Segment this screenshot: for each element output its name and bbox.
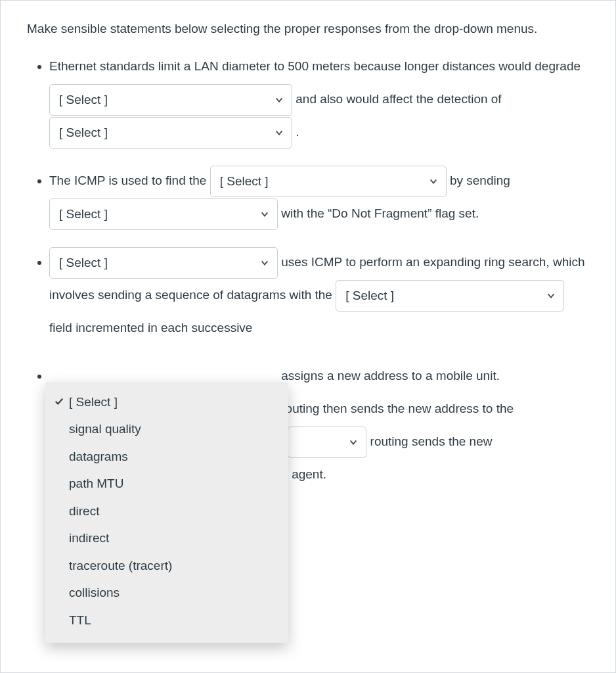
- chevron-down-icon: [546, 291, 556, 300]
- select-label: [ Select ]: [220, 165, 269, 197]
- dropdown-option-label: traceroute (tracert): [69, 556, 172, 575]
- dropdown-option[interactable]: datagrams: [45, 443, 288, 470]
- select-label: [ Select ]: [59, 116, 108, 149]
- text-fragment: with the “Do Not Fragment” flag set.: [281, 206, 479, 220]
- select-icmp-send[interactable]: [ Select ]: [49, 198, 278, 230]
- chevron-down-icon: [275, 95, 284, 104]
- question-card: Make sensible statements below selecting…: [0, 0, 616, 673]
- dropdown-option[interactable]: collisions: [45, 579, 288, 606]
- select-label: [ Select ]: [59, 198, 108, 230]
- chevron-down-icon: [349, 438, 358, 447]
- dropdown-option[interactable]: indirect: [45, 524, 288, 551]
- select-label: [ Select ]: [345, 279, 394, 312]
- dropdown-option-label: indirect: [69, 528, 109, 547]
- select-ring-field[interactable]: [ Select ]: [336, 280, 564, 312]
- instruction-text: Make sensible statements below selecting…: [27, 19, 589, 38]
- chevron-down-icon: [275, 128, 284, 137]
- dropdown-option-label: [ Select ]: [69, 392, 118, 411]
- dropdown-option-label: datagrams: [69, 447, 128, 466]
- dropdown-option[interactable]: signal quality: [45, 415, 288, 442]
- dropdown-option-label: path MTU: [69, 474, 123, 493]
- select-detection[interactable]: [ Select ]: [49, 117, 292, 149]
- text-fragment: The ICMP is used to find the: [49, 174, 210, 187]
- dropdown-option[interactable]: [ Select ]: [45, 388, 288, 415]
- dropdown-option-label: signal quality: [69, 419, 141, 438]
- dropdown-option-label: collisions: [69, 583, 120, 602]
- select-label: [ Select ]: [59, 246, 108, 279]
- chevron-down-icon: [429, 177, 438, 186]
- select-label: [297, 426, 301, 458]
- text-fragment: field incremented in each successive: [49, 321, 252, 335]
- select-degrade[interactable]: [ Select ]: [49, 84, 292, 116]
- chevron-down-icon: [260, 210, 269, 219]
- dropdown-option-label: TTL: [69, 611, 91, 630]
- select-routing-2[interactable]: [288, 427, 366, 458]
- check-icon: [55, 392, 69, 411]
- select-icmp-find[interactable]: [ Select ]: [210, 166, 447, 197]
- select-ring-tool[interactable]: [ Select ]: [49, 247, 278, 279]
- dropdown-option[interactable]: TTL: [45, 607, 288, 634]
- text-fragment: Ethernet standards limit a LAN diameter …: [49, 59, 581, 73]
- text-fragment: .: [296, 125, 299, 139]
- dropdown-option[interactable]: direct: [45, 498, 288, 524]
- dropdown-option-label: direct: [69, 501, 99, 521]
- text-fragment: assigns a new address to a mobile unit.: [281, 369, 500, 383]
- statement-2: The ICMP is used to find the [ Select ] …: [49, 164, 589, 230]
- dropdown-option[interactable]: traceroute (tracert): [45, 552, 288, 579]
- chevron-down-icon: [260, 258, 269, 267]
- text-fragment: by sending: [450, 174, 510, 187]
- text-fragment: routing sends the new: [370, 434, 493, 448]
- text-fragment: routing then sends the new address to th…: [281, 402, 514, 415]
- statement-1: Ethernet standards limit a LAN diameter …: [49, 50, 589, 148]
- dropdown-menu[interactable]: [ Select ]signal qualitydatagramspath MT…: [45, 382, 288, 643]
- dropdown-option[interactable]: path MTU: [45, 470, 288, 497]
- text-fragment: and also would affect the detection of: [296, 92, 501, 106]
- statement-3: [ Select ] uses ICMP to perform an expan…: [49, 246, 589, 344]
- select-label: [ Select ]: [59, 83, 108, 116]
